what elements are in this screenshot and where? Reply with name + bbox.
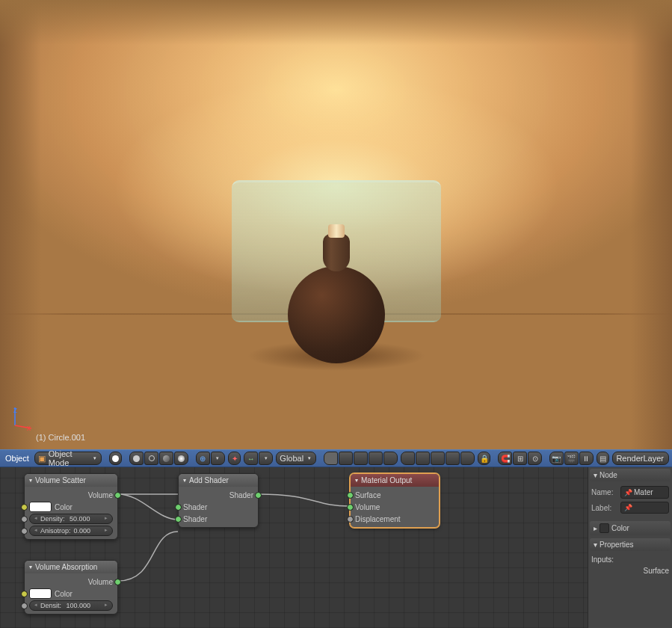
color-checkbox[interactable]: [599, 523, 609, 533]
layer-6[interactable]: [401, 452, 415, 465]
node-header[interactable]: ▾ Volume Absorption: [25, 561, 117, 573]
display-mode-button[interactable]: [109, 452, 122, 465]
layer-10[interactable]: [460, 452, 475, 465]
socket-label: Shader: [229, 491, 253, 499]
socket-out-volume[interactable]: [114, 492, 121, 499]
name-input[interactable]: 📌Mater: [620, 486, 669, 499]
layer-9[interactable]: [446, 452, 460, 465]
mode-dropdown[interactable]: ▣ Object Mode ▾: [34, 452, 102, 465]
shading-wire-button[interactable]: [144, 452, 158, 465]
node-header[interactable]: ▾ Volume Scatter: [25, 474, 117, 487]
socket-label: Surface: [355, 491, 380, 499]
snap-toggle[interactable]: 🧲: [498, 452, 512, 465]
pin-icon: 📌: [624, 504, 632, 511]
clapperboard-icon: 🎬: [567, 455, 576, 463]
socket-out-volume[interactable]: [114, 579, 121, 585]
pause-icon: ⏸: [582, 455, 590, 463]
camera-icon: 📷: [552, 455, 561, 463]
render-anim-button[interactable]: 🎬: [564, 452, 579, 465]
collapse-icon[interactable]: ▾: [183, 477, 186, 484]
pivot-button[interactable]: ⊕: [196, 452, 210, 465]
socket-in-density[interactable]: [21, 603, 28, 609]
socket-out-shader[interactable]: [255, 492, 262, 499]
manipulator-toggle[interactable]: ✦: [228, 452, 241, 465]
pivot-dropdown[interactable]: ▾: [211, 452, 225, 465]
socket-in-displacement[interactable]: [347, 516, 354, 523]
collapse-icon[interactable]: ▾: [29, 564, 32, 570]
layer-8[interactable]: [431, 452, 445, 465]
node-title: Volume Scatter: [35, 476, 86, 484]
panel-header-properties[interactable]: ▾Properties: [590, 538, 671, 551]
pin-icon: 📌: [624, 489, 632, 496]
socket-in-anisotropy[interactable]: [21, 528, 28, 535]
node-volume-scatter[interactable]: ▾ Volume Scatter Volume Color Density: 5…: [24, 473, 118, 540]
collapse-icon[interactable]: ▾: [355, 477, 358, 484]
color-swatch[interactable]: [29, 502, 52, 512]
socket-label: Shader: [183, 515, 207, 523]
layer-5[interactable]: [383, 452, 398, 465]
density-field[interactable]: Densit: 100.000: [29, 600, 113, 611]
color-swatch[interactable]: [29, 588, 52, 599]
node-title: Material Output: [361, 476, 412, 484]
node-header[interactable]: ▾ Material Output: [351, 474, 439, 487]
node-title: Volume Absorption: [35, 563, 97, 571]
layer-1[interactable]: [324, 452, 338, 465]
manip-dropdown[interactable]: ▾: [259, 452, 273, 465]
socket-in-color[interactable]: [21, 504, 28, 511]
shading-solid-button[interactable]: [129, 452, 144, 465]
lock-layers[interactable]: 🔒: [478, 452, 490, 465]
socket-in-volume[interactable]: [347, 504, 354, 511]
node-title: Add Shader: [189, 476, 229, 484]
render-pause-button[interactable]: ⏸: [579, 452, 594, 465]
socket-in-shader2[interactable]: [175, 516, 182, 523]
properties-sidebar: ▾Node Name:📌Mater Label:📌 ▸Color ▾Proper…: [588, 467, 672, 628]
socket-in-color[interactable]: [21, 591, 28, 597]
collapse-icon[interactable]: ▾: [29, 477, 32, 484]
cube-icon: ▣: [38, 454, 46, 464]
node-material-output[interactable]: ▾ Material Output Surface Volume Displac…: [350, 473, 440, 528]
chevron-right-icon: ▸: [594, 524, 597, 532]
shading-tex-button[interactable]: [159, 452, 173, 465]
socket-label: Volume: [355, 503, 380, 511]
object-name-overlay: (1) Circle.001: [36, 433, 85, 442]
name-label: Name:: [591, 488, 618, 496]
node-editor[interactable]: ▾ Volume Scatter Volume Color Density: 5…: [0, 467, 672, 628]
socket-in-density[interactable]: [21, 516, 28, 523]
socket-in-shader1[interactable]: [175, 504, 182, 511]
layer-3[interactable]: [354, 452, 368, 465]
layer-4[interactable]: [369, 452, 383, 465]
viewport-3d[interactable]: z x (1) Circle.001: [0, 0, 672, 449]
renderlayer-dropdown[interactable]: RenderLayer: [612, 452, 669, 465]
chevron-down-icon: ▾: [594, 541, 597, 549]
viewport-header: Object ▣ Object Mode ▾ ⊕ ▾ ✦ ↔ ▾ Global …: [0, 449, 672, 467]
density-field[interactable]: Density: 50.000: [29, 514, 113, 524]
grid-icon: ⊞: [517, 455, 523, 463]
chevron-down-icon: ▾: [594, 471, 597, 479]
node-volume-absorption[interactable]: ▾ Volume Absorption Volume Color Densit:…: [24, 560, 118, 615]
render-image-button[interactable]: 📷: [549, 452, 564, 465]
node-header[interactable]: ▾ Add Shader: [179, 474, 258, 487]
panel-header-color[interactable]: ▸Color: [590, 521, 671, 535]
manip-translate[interactable]: ↔: [244, 452, 258, 465]
socket-label: Color: [55, 590, 73, 598]
layer-2[interactable]: [339, 452, 353, 465]
snap-type[interactable]: ⊞: [513, 452, 527, 465]
lock-icon: 🔒: [480, 455, 489, 463]
socket-label: Shader: [183, 503, 207, 511]
renderlayer-icon[interactable]: ▤: [597, 452, 609, 465]
snap-target[interactable]: ⊙: [528, 452, 542, 465]
shading-render-button[interactable]: [174, 452, 188, 465]
socket-in-surface[interactable]: [347, 492, 354, 499]
layer-7[interactable]: [416, 452, 430, 465]
label-input[interactable]: 📌: [620, 502, 669, 514]
socket-label: Volume: [88, 491, 113, 499]
move-icon: ↔: [247, 455, 255, 463]
socket-label: Displacement: [355, 515, 401, 523]
panel-header-node[interactable]: ▾Node: [590, 469, 671, 481]
chevron-down-icon: ▾: [308, 455, 311, 461]
anisotropy-field[interactable]: Anisotrop:0.000: [29, 526, 113, 536]
socket-label: Color: [55, 503, 73, 511]
orientation-dropdown[interactable]: Global ▾: [276, 452, 316, 465]
node-add-shader[interactable]: ▾ Add Shader Shader Shader Shader: [178, 473, 259, 528]
chevron-down-icon: ▾: [93, 455, 96, 461]
